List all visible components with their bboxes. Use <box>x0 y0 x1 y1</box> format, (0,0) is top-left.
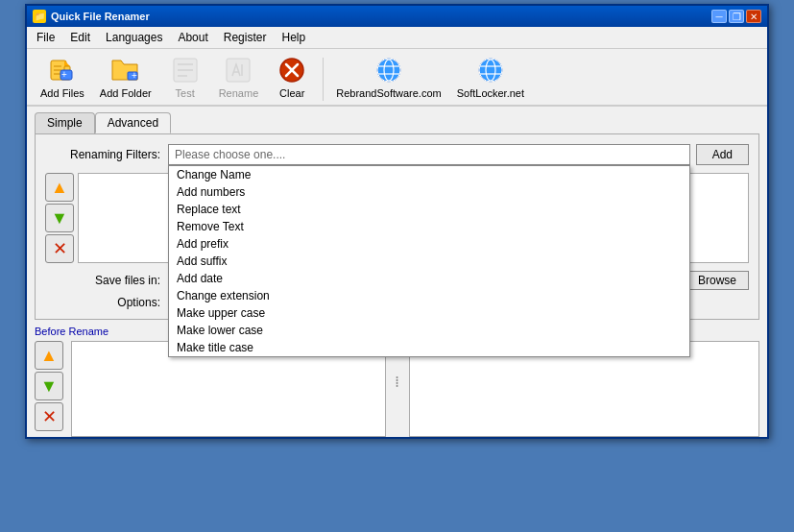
add-files-button[interactable]: + Add Files <box>35 53 90 101</box>
rebrand-icon <box>373 55 404 85</box>
filter-select-wrapper: Please choose one....Change NameAdd numb… <box>168 144 690 165</box>
side-buttons: ▲ ▼ ✕ <box>45 173 74 263</box>
menu-file[interactable]: File <box>31 29 60 46</box>
option-change-name[interactable]: Change Name <box>169 166 689 183</box>
title-bar: 📁 Quick File Renamer ─ ❒ ✕ <box>27 6 767 27</box>
filter-row: Renaming Filters: Please choose one....C… <box>45 144 749 165</box>
rebrand-button[interactable]: RebrandSoftware.com <box>330 53 446 101</box>
advanced-panel: Renaming Filters: Please choose one....C… <box>35 133 759 320</box>
delete-filter-button[interactable]: ✕ <box>45 234 74 263</box>
option-add-prefix[interactable]: Add prefix <box>169 235 689 253</box>
menu-about[interactable]: About <box>172 29 213 46</box>
menu-help[interactable]: Help <box>276 29 311 46</box>
before-delete-button[interactable]: ✕ <box>35 402 63 431</box>
down-arrow-icon: ▼ <box>51 208 68 229</box>
test-label: Test <box>176 87 195 99</box>
test-icon <box>170 55 201 85</box>
dropdown-list: Change Name Add numbers Replace text Rem… <box>168 165 690 357</box>
menu-register[interactable]: Register <box>218 29 273 46</box>
softlocker-button[interactable]: SoftLocker.net <box>451 53 530 101</box>
softlocker-icon <box>475 55 506 85</box>
add-folder-icon: + <box>110 55 141 85</box>
options-label: Options: <box>45 296 160 309</box>
up-arrow-icon: ▲ <box>51 178 68 198</box>
rename-icon <box>223 55 253 85</box>
add-files-label: Add Files <box>40 87 84 99</box>
softlocker-label: SoftLocker.net <box>457 87 524 99</box>
move-up-button[interactable]: ▲ <box>45 173 74 202</box>
add-folder-label: Add Folder <box>100 87 152 99</box>
option-add-date[interactable]: Add date <box>169 270 689 287</box>
add-filter-button[interactable]: Add <box>696 144 749 165</box>
tab-simple[interactable]: Simple <box>35 112 95 133</box>
main-window: 📁 Quick File Renamer ─ ❒ ✕ File Edit Lan… <box>25 4 769 439</box>
before-delete-icon: ✕ <box>42 406 57 427</box>
minimize-button[interactable]: ─ <box>711 10 727 23</box>
option-make-lower-case[interactable]: Make lower case <box>169 322 689 339</box>
add-folder-button[interactable]: + Add Folder <box>94 53 157 101</box>
option-make-upper-case[interactable]: Make upper case <box>169 304 689 322</box>
rebrand-label: RebrandSoftware.com <box>336 87 441 99</box>
renaming-filters-label: Renaming Filters: <box>45 148 160 161</box>
clear-button[interactable]: Clear <box>268 53 316 101</box>
menu-bar: File Edit Languages About Register Help <box>27 27 767 49</box>
before-move-down-button[interactable]: ▼ <box>35 372 63 400</box>
rename-button[interactable]: Rename <box>213 53 265 101</box>
before-move-up-button[interactable]: ▲ <box>35 341 63 370</box>
save-files-label: Save files in: <box>45 274 160 287</box>
title-controls: ─ ❒ ✕ <box>711 10 761 23</box>
before-down-icon: ▼ <box>40 376 58 397</box>
clear-label: Clear <box>279 87 304 99</box>
test-button[interactable]: Test <box>161 53 209 101</box>
option-make-title-case[interactable]: Make title case <box>169 339 689 356</box>
add-files-icon: + <box>47 55 78 85</box>
delete-icon: ✕ <box>53 238 67 259</box>
tabs: Simple Advanced <box>35 112 759 133</box>
option-change-extension[interactable]: Change extension <box>169 287 689 304</box>
close-button[interactable]: ✕ <box>746 10 761 23</box>
svg-text:+: + <box>132 70 137 81</box>
before-up-icon: ▲ <box>40 346 58 366</box>
before-side-buttons: ▲ ▼ ✕ <box>35 341 63 437</box>
browse-button[interactable]: Browse <box>686 271 749 290</box>
tab-advanced[interactable]: Advanced <box>95 112 171 133</box>
rename-label: Rename <box>219 87 259 99</box>
renaming-filters-select[interactable]: Please choose one....Change NameAdd numb… <box>168 144 690 165</box>
tab-area: Simple Advanced <box>27 107 767 133</box>
move-down-button[interactable]: ▼ <box>45 204 74 232</box>
window-title: Quick File Renamer <box>51 11 150 22</box>
svg-text:+: + <box>61 69 67 80</box>
toolbar-separator <box>323 58 324 101</box>
app-icon: 📁 <box>33 10 46 23</box>
restore-button[interactable]: ❒ <box>729 10 744 23</box>
svg-marker-1 <box>64 60 70 66</box>
menu-languages[interactable]: Languages <box>100 29 168 46</box>
clear-icon <box>277 55 307 85</box>
toolbar: + Add Files + Add Folder Test Rename <box>27 49 767 107</box>
title-bar-left: 📁 Quick File Renamer <box>33 10 150 23</box>
menu-edit[interactable]: Edit <box>64 29 96 46</box>
option-remove-text[interactable]: Remove Text <box>169 218 689 235</box>
option-add-numbers[interactable]: Add numbers <box>169 183 689 201</box>
option-add-suffix[interactable]: Add suffix <box>169 253 689 270</box>
option-replace-text[interactable]: Replace text <box>169 201 689 218</box>
